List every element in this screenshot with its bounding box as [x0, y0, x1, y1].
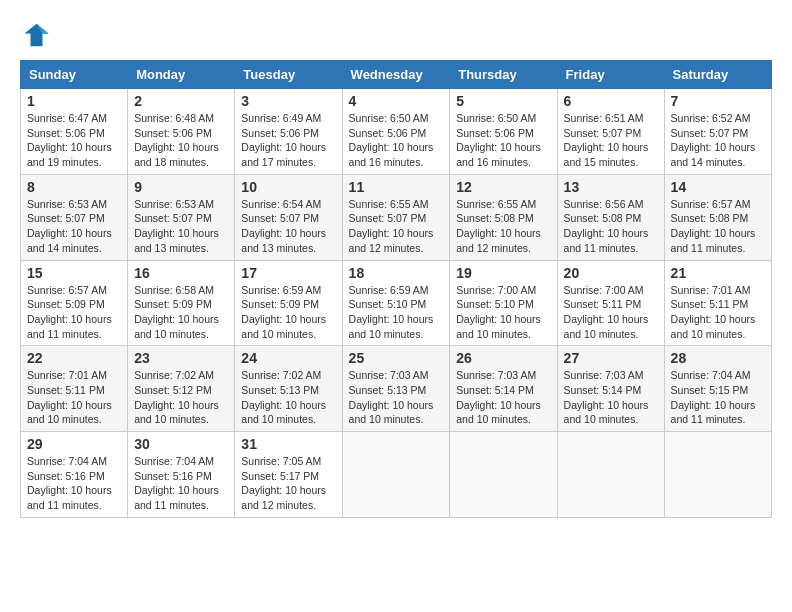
day-info: Sunrise: 6:57 AM Sunset: 5:08 PM Dayligh… — [671, 197, 765, 256]
day-number: 9 — [134, 179, 228, 195]
calendar-cell: 4Sunrise: 6:50 AM Sunset: 5:06 PM Daylig… — [342, 89, 450, 175]
day-number: 18 — [349, 265, 444, 281]
calendar-week-row: 29Sunrise: 7:04 AM Sunset: 5:16 PM Dayli… — [21, 432, 772, 518]
day-number: 22 — [27, 350, 121, 366]
weekday-header-wednesday: Wednesday — [342, 61, 450, 89]
day-number: 14 — [671, 179, 765, 195]
day-number: 25 — [349, 350, 444, 366]
day-info: Sunrise: 6:50 AM Sunset: 5:06 PM Dayligh… — [456, 111, 550, 170]
calendar-cell: 17Sunrise: 6:59 AM Sunset: 5:09 PM Dayli… — [235, 260, 342, 346]
day-info: Sunrise: 7:03 AM Sunset: 5:13 PM Dayligh… — [349, 368, 444, 427]
calendar-cell: 14Sunrise: 6:57 AM Sunset: 5:08 PM Dayli… — [664, 174, 771, 260]
day-info: Sunrise: 7:03 AM Sunset: 5:14 PM Dayligh… — [564, 368, 658, 427]
day-info: Sunrise: 6:52 AM Sunset: 5:07 PM Dayligh… — [671, 111, 765, 170]
day-number: 5 — [456, 93, 550, 109]
weekday-header-monday: Monday — [128, 61, 235, 89]
day-info: Sunrise: 6:50 AM Sunset: 5:06 PM Dayligh… — [349, 111, 444, 170]
weekday-header-sunday: Sunday — [21, 61, 128, 89]
day-number: 29 — [27, 436, 121, 452]
weekday-header-friday: Friday — [557, 61, 664, 89]
day-number: 23 — [134, 350, 228, 366]
calendar-cell: 30Sunrise: 7:04 AM Sunset: 5:16 PM Dayli… — [128, 432, 235, 518]
day-number: 6 — [564, 93, 658, 109]
day-number: 10 — [241, 179, 335, 195]
calendar-cell: 28Sunrise: 7:04 AM Sunset: 5:15 PM Dayli… — [664, 346, 771, 432]
calendar-week-row: 8Sunrise: 6:53 AM Sunset: 5:07 PM Daylig… — [21, 174, 772, 260]
calendar-cell: 11Sunrise: 6:55 AM Sunset: 5:07 PM Dayli… — [342, 174, 450, 260]
calendar-cell: 21Sunrise: 7:01 AM Sunset: 5:11 PM Dayli… — [664, 260, 771, 346]
day-number: 31 — [241, 436, 335, 452]
day-info: Sunrise: 6:59 AM Sunset: 5:09 PM Dayligh… — [241, 283, 335, 342]
calendar-table: SundayMondayTuesdayWednesdayThursdayFrid… — [20, 60, 772, 518]
day-info: Sunrise: 6:55 AM Sunset: 5:07 PM Dayligh… — [349, 197, 444, 256]
day-number: 7 — [671, 93, 765, 109]
day-info: Sunrise: 6:55 AM Sunset: 5:08 PM Dayligh… — [456, 197, 550, 256]
day-info: Sunrise: 7:00 AM Sunset: 5:11 PM Dayligh… — [564, 283, 658, 342]
day-number: 12 — [456, 179, 550, 195]
day-number: 2 — [134, 93, 228, 109]
calendar-cell: 12Sunrise: 6:55 AM Sunset: 5:08 PM Dayli… — [450, 174, 557, 260]
calendar-cell: 7Sunrise: 6:52 AM Sunset: 5:07 PM Daylig… — [664, 89, 771, 175]
day-info: Sunrise: 7:01 AM Sunset: 5:11 PM Dayligh… — [671, 283, 765, 342]
day-number: 30 — [134, 436, 228, 452]
calendar-week-row: 15Sunrise: 6:57 AM Sunset: 5:09 PM Dayli… — [21, 260, 772, 346]
day-number: 19 — [456, 265, 550, 281]
calendar-cell: 29Sunrise: 7:04 AM Sunset: 5:16 PM Dayli… — [21, 432, 128, 518]
day-info: Sunrise: 7:04 AM Sunset: 5:16 PM Dayligh… — [134, 454, 228, 513]
day-info: Sunrise: 6:53 AM Sunset: 5:07 PM Dayligh… — [27, 197, 121, 256]
weekday-header-tuesday: Tuesday — [235, 61, 342, 89]
calendar-cell: 24Sunrise: 7:02 AM Sunset: 5:13 PM Dayli… — [235, 346, 342, 432]
day-number: 13 — [564, 179, 658, 195]
calendar-cell: 27Sunrise: 7:03 AM Sunset: 5:14 PM Dayli… — [557, 346, 664, 432]
calendar-cell — [342, 432, 450, 518]
calendar-cell: 3Sunrise: 6:49 AM Sunset: 5:06 PM Daylig… — [235, 89, 342, 175]
calendar-cell: 20Sunrise: 7:00 AM Sunset: 5:11 PM Dayli… — [557, 260, 664, 346]
day-number: 3 — [241, 93, 335, 109]
calendar-cell: 23Sunrise: 7:02 AM Sunset: 5:12 PM Dayli… — [128, 346, 235, 432]
calendar-cell: 25Sunrise: 7:03 AM Sunset: 5:13 PM Dayli… — [342, 346, 450, 432]
day-info: Sunrise: 6:57 AM Sunset: 5:09 PM Dayligh… — [27, 283, 121, 342]
day-info: Sunrise: 6:47 AM Sunset: 5:06 PM Dayligh… — [27, 111, 121, 170]
calendar-cell: 2Sunrise: 6:48 AM Sunset: 5:06 PM Daylig… — [128, 89, 235, 175]
logo-icon — [20, 20, 50, 50]
day-number: 16 — [134, 265, 228, 281]
page-header — [20, 20, 772, 50]
day-number: 4 — [349, 93, 444, 109]
day-info: Sunrise: 7:05 AM Sunset: 5:17 PM Dayligh… — [241, 454, 335, 513]
calendar-cell — [664, 432, 771, 518]
day-number: 11 — [349, 179, 444, 195]
day-info: Sunrise: 7:02 AM Sunset: 5:13 PM Dayligh… — [241, 368, 335, 427]
day-info: Sunrise: 7:03 AM Sunset: 5:14 PM Dayligh… — [456, 368, 550, 427]
calendar-cell: 16Sunrise: 6:58 AM Sunset: 5:09 PM Dayli… — [128, 260, 235, 346]
calendar-cell — [450, 432, 557, 518]
day-info: Sunrise: 6:49 AM Sunset: 5:06 PM Dayligh… — [241, 111, 335, 170]
weekday-header-row: SundayMondayTuesdayWednesdayThursdayFrid… — [21, 61, 772, 89]
day-info: Sunrise: 6:51 AM Sunset: 5:07 PM Dayligh… — [564, 111, 658, 170]
day-number: 28 — [671, 350, 765, 366]
calendar-cell: 31Sunrise: 7:05 AM Sunset: 5:17 PM Dayli… — [235, 432, 342, 518]
weekday-header-thursday: Thursday — [450, 61, 557, 89]
day-info: Sunrise: 6:59 AM Sunset: 5:10 PM Dayligh… — [349, 283, 444, 342]
calendar-cell: 22Sunrise: 7:01 AM Sunset: 5:11 PM Dayli… — [21, 346, 128, 432]
day-number: 17 — [241, 265, 335, 281]
day-info: Sunrise: 6:53 AM Sunset: 5:07 PM Dayligh… — [134, 197, 228, 256]
day-info: Sunrise: 7:02 AM Sunset: 5:12 PM Dayligh… — [134, 368, 228, 427]
day-info: Sunrise: 6:56 AM Sunset: 5:08 PM Dayligh… — [564, 197, 658, 256]
calendar-cell: 5Sunrise: 6:50 AM Sunset: 5:06 PM Daylig… — [450, 89, 557, 175]
calendar-cell: 6Sunrise: 6:51 AM Sunset: 5:07 PM Daylig… — [557, 89, 664, 175]
calendar-cell: 13Sunrise: 6:56 AM Sunset: 5:08 PM Dayli… — [557, 174, 664, 260]
day-info: Sunrise: 7:01 AM Sunset: 5:11 PM Dayligh… — [27, 368, 121, 427]
day-info: Sunrise: 7:00 AM Sunset: 5:10 PM Dayligh… — [456, 283, 550, 342]
day-number: 27 — [564, 350, 658, 366]
day-number: 24 — [241, 350, 335, 366]
calendar-cell: 10Sunrise: 6:54 AM Sunset: 5:07 PM Dayli… — [235, 174, 342, 260]
day-info: Sunrise: 7:04 AM Sunset: 5:16 PM Dayligh… — [27, 454, 121, 513]
day-number: 26 — [456, 350, 550, 366]
calendar-cell: 8Sunrise: 6:53 AM Sunset: 5:07 PM Daylig… — [21, 174, 128, 260]
day-number: 21 — [671, 265, 765, 281]
day-info: Sunrise: 7:04 AM Sunset: 5:15 PM Dayligh… — [671, 368, 765, 427]
calendar-week-row: 1Sunrise: 6:47 AM Sunset: 5:06 PM Daylig… — [21, 89, 772, 175]
weekday-header-saturday: Saturday — [664, 61, 771, 89]
day-number: 20 — [564, 265, 658, 281]
calendar-cell: 1Sunrise: 6:47 AM Sunset: 5:06 PM Daylig… — [21, 89, 128, 175]
